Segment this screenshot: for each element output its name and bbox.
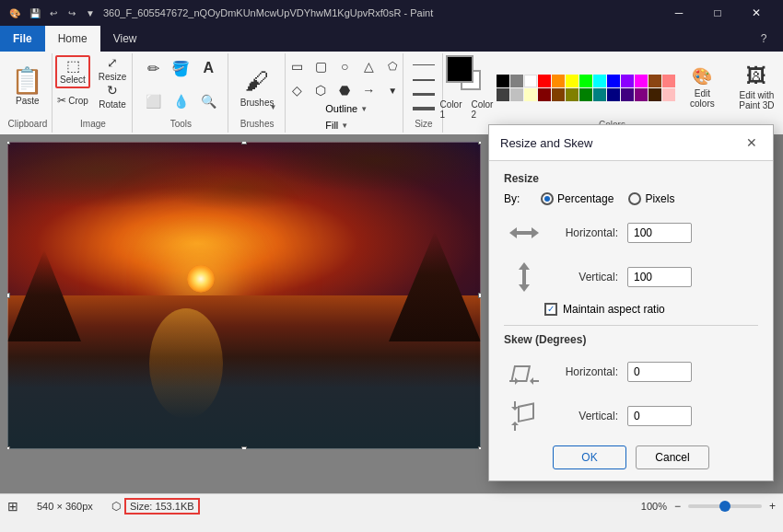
shape-rect[interactable]: ▭ [286, 55, 308, 77]
ok-button[interactable]: OK [553, 445, 626, 469]
tab-file[interactable]: File [0, 26, 45, 52]
swatch-maroon[interactable] [538, 88, 551, 101]
shape-rounded-rect[interactable]: ▢ [310, 55, 332, 77]
crop-button[interactable]: ✂ Crop [55, 90, 90, 110]
handle-top-left[interactable] [7, 142, 10, 145]
horizontal-input[interactable]: 100 [627, 223, 692, 243]
size-4[interactable] [409, 103, 438, 115]
help-button[interactable]: ? [744, 26, 783, 52]
tab-home[interactable]: Home [45, 26, 100, 52]
swatch-orange[interactable] [552, 75, 565, 87]
shape-ellipse[interactable]: ○ [333, 55, 356, 77]
swatch-darkbrown[interactable] [649, 88, 661, 101]
swatch-darkgray[interactable] [497, 88, 509, 101]
swatch-teal[interactable] [593, 88, 606, 101]
swatch-gray[interactable] [510, 75, 523, 87]
swatch-yellow[interactable] [566, 75, 578, 87]
skew-horizontal-input[interactable]: 0 [627, 362, 692, 382]
shape-hexagon[interactable]: ⬣ [333, 79, 356, 101]
zoom-in-icon[interactable]: + [769, 500, 776, 513]
pencil-button[interactable]: ✏ [140, 55, 166, 81]
shapes-more[interactable]: ▼ [381, 79, 403, 101]
dialog-close-button[interactable]: ✕ [742, 133, 762, 153]
picker-button[interactable]: 💧 [168, 88, 193, 114]
shape-diamond[interactable]: ◇ [286, 79, 308, 101]
edit-colors-button[interactable]: 🎨 Edit colors [679, 64, 725, 110]
close-button[interactable]: ✕ [737, 0, 776, 26]
swatch-olive[interactable] [566, 88, 578, 101]
undo-icon[interactable]: ↩ [46, 6, 61, 20]
shape-triangle[interactable]: △ [357, 55, 380, 77]
swatch-brown[interactable] [649, 75, 661, 87]
cancel-button[interactable]: Cancel [636, 445, 709, 469]
swatch-green[interactable] [579, 88, 592, 101]
swatch-magenta[interactable] [635, 75, 648, 87]
swatch-indigo[interactable] [621, 88, 634, 101]
eraser-button[interactable]: ⬜ [140, 88, 166, 114]
edit-colors-icon: 🎨 [692, 66, 712, 87]
brushes-chevron-icon: ▼ [270, 103, 277, 111]
swatch-white[interactable] [524, 75, 537, 87]
handle-middle-left[interactable] [7, 293, 10, 298]
size-icon: ⬡ [111, 500, 121, 513]
size-2[interactable] [409, 74, 438, 86]
color-row-1 [497, 75, 675, 87]
select-button[interactable]: ⬚ Select [55, 55, 90, 88]
handle-top-right[interactable] [478, 142, 481, 145]
percentage-radio[interactable]: Percentage [541, 192, 614, 205]
rotate-button[interactable]: ↻ Rotate [94, 83, 131, 109]
swatch-pink[interactable] [662, 75, 675, 87]
maximize-button[interactable]: □ [698, 0, 737, 26]
redo-icon[interactable]: ↪ [64, 6, 79, 20]
swatch-navy[interactable] [607, 88, 620, 101]
handle-bottom-left[interactable] [7, 446, 10, 449]
magnify-button[interactable]: 🔍 [195, 88, 221, 114]
swatch-darkorange[interactable] [552, 88, 565, 101]
shape-arrow[interactable]: → [357, 79, 380, 101]
swatch-lightpink[interactable] [662, 88, 675, 101]
image-display [7, 142, 481, 449]
dropdown-icon[interactable]: ▼ [83, 6, 98, 20]
text-button[interactable]: A [195, 55, 221, 81]
tab-view[interactable]: View [100, 26, 150, 52]
color1-swatch[interactable] [446, 55, 473, 83]
zoom-slider[interactable] [688, 504, 762, 508]
handle-middle-right[interactable] [478, 293, 481, 298]
swatch-blue[interactable] [607, 75, 620, 87]
swatch-red[interactable] [538, 75, 551, 87]
vertical-input[interactable]: 100 [627, 267, 692, 287]
shape-pentagon[interactable]: ⬡ [310, 79, 332, 101]
minimize-button[interactable]: ─ [660, 0, 698, 26]
brushes-button[interactable]: 🖌 Brushes ▼ [236, 60, 279, 115]
size-3[interactable] [409, 88, 438, 100]
outline-dropdown[interactable]: Outline ▼ [321, 101, 371, 116]
handle-bottom-middle[interactable] [241, 446, 247, 449]
color-row-2 [497, 88, 675, 101]
shape-chevron[interactable]: ⬠ [381, 55, 403, 77]
swatch-lightyellow[interactable] [524, 88, 537, 101]
swatch-cyan[interactable] [593, 75, 606, 87]
swatch-silver[interactable] [510, 88, 523, 101]
resize-button[interactable]: ⤢ Resize [94, 55, 131, 81]
outline-label: Outline [325, 103, 357, 114]
swatch-purple[interactable] [635, 88, 648, 101]
swatch-violet[interactable] [621, 75, 634, 87]
skew-vertical-input[interactable]: 0 [627, 406, 692, 426]
swatch-black[interactable] [497, 75, 509, 87]
edit-with-paint3d-button[interactable]: 🖼 Edit with Paint 3D [729, 64, 783, 110]
handle-top-middle[interactable] [241, 142, 247, 145]
size-1[interactable] [409, 60, 438, 72]
pixels-radio[interactable]: Pixels [628, 192, 674, 205]
ribbon-tab-bar: File Home View ? [0, 26, 783, 52]
swatch-lime[interactable] [579, 75, 592, 87]
zoom-out-icon[interactable]: − [674, 500, 681, 513]
fill-button[interactable]: 🪣 [168, 55, 193, 81]
zoom-thumb[interactable] [719, 501, 730, 512]
maintain-ratio-checkbox[interactable] [544, 303, 557, 316]
svg-marker-5 [519, 284, 530, 292]
paste-button[interactable]: 📋 Paste [6, 60, 48, 115]
save-icon[interactable]: 💾 [28, 6, 42, 20]
resize-dialog[interactable]: Resize and Skew ✕ Resize By: Percentage … [488, 124, 774, 481]
fill-dropdown[interactable]: Fill ▼ [321, 118, 371, 133]
handle-bottom-right[interactable] [478, 446, 481, 449]
